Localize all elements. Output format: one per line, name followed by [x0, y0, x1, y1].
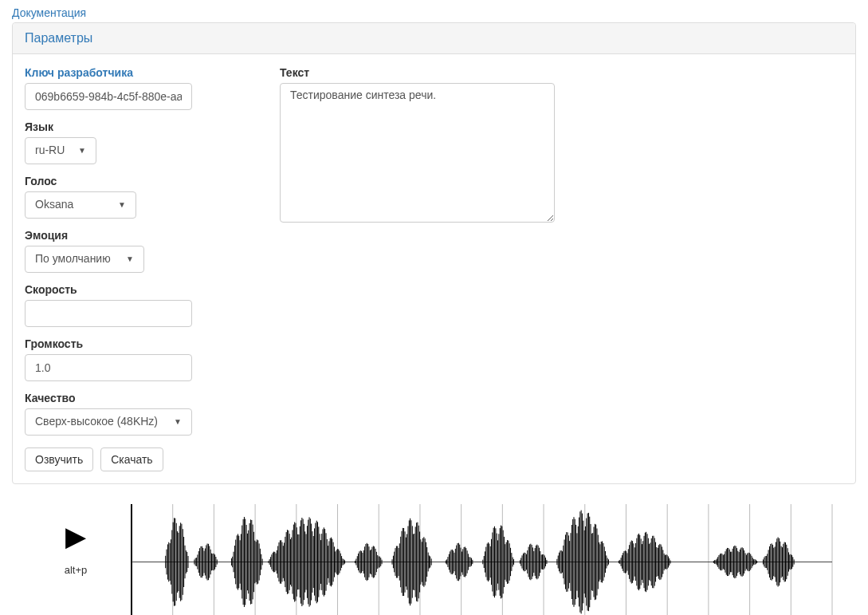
download-button[interactable]: Скачать [100, 447, 163, 471]
voice-select[interactable]: Oksana ▼ [25, 191, 136, 219]
emotion-value: По умолчанию [35, 251, 111, 267]
speed-input[interactable] [25, 300, 192, 327]
emotion-label: Эмоция [25, 229, 248, 242]
speed-label: Скорость [25, 283, 248, 296]
play-icon[interactable]: ▶ [28, 522, 124, 550]
language-value: ru-RU [35, 143, 65, 159]
language-select[interactable]: ru-RU ▼ [25, 137, 96, 164]
panel-title: Параметры [13, 23, 855, 54]
play-shortcut-hint: alt+p [28, 564, 124, 576]
waveform-display[interactable]: 0.000.100.200.300.400.500.600.700.800.90… [124, 500, 840, 615]
text-label: Текст [280, 66, 843, 79]
dev-key-label[interactable]: Ключ разработчика [25, 66, 248, 79]
quality-value: Сверх-высокое (48KHz) [35, 414, 158, 430]
speak-button[interactable]: Озвучить [25, 447, 93, 471]
chevron-down-icon: ▼ [174, 416, 182, 428]
parameters-panel: Параметры Ключ разработчика Язык ru-RU ▼… [12, 22, 856, 484]
quality-label: Качество [25, 392, 248, 404]
text-input[interactable] [280, 83, 555, 223]
documentation-link[interactable]: Документация [0, 0, 98, 22]
dev-key-input[interactable] [25, 83, 192, 110]
volume-label: Громкость [25, 337, 248, 350]
quality-select[interactable]: Сверх-высокое (48KHz) ▼ [25, 408, 192, 436]
language-label: Язык [25, 120, 248, 133]
chevron-down-icon: ▼ [118, 199, 126, 211]
chevron-down-icon: ▼ [126, 254, 134, 265]
chevron-down-icon: ▼ [78, 145, 86, 156]
volume-input[interactable] [25, 354, 192, 381]
voice-label: Голос [25, 175, 248, 187]
emotion-select[interactable]: По умолчанию ▼ [25, 246, 144, 273]
voice-value: Oksana [35, 197, 73, 213]
